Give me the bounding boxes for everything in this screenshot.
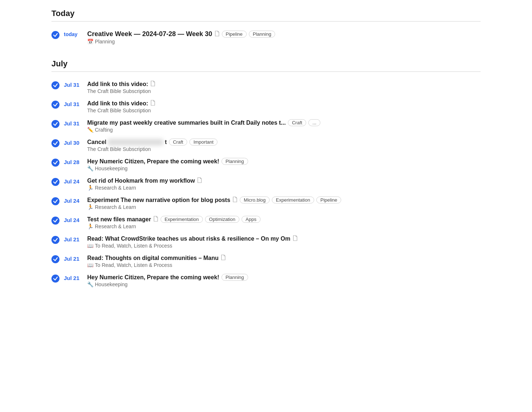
task-title: Migrate my past weekly creative summarie… [87,120,286,126]
task-row[interactable]: Jul 21Read: What CrowdStrike teaches us … [51,232,481,252]
task-date: Jul 21 [64,236,83,242]
task-checkbox[interactable] [51,275,59,283]
task-title: Add link to this video: [87,100,148,107]
subtitle-icon: 📖 [87,243,93,249]
task-title-row: Read: What CrowdStrike teaches us about … [87,235,481,242]
task-row[interactable]: Jul 21Hey Numeric Citizen, Prepare the c… [51,271,481,290]
task-checkbox[interactable] [51,236,59,244]
subtitle-text: Housekeeping [95,281,128,287]
subtitle-text: Research & Learn [95,224,136,229]
task-row[interactable]: Jul 31Add link to this video:The Craft B… [51,78,481,97]
task-content: Read: What CrowdStrike teaches us about … [87,235,481,249]
blurred-text: xxxxxxxxxxxxxxxxx [108,139,163,145]
task-row[interactable]: todayCreative Week — 2024-07-28 — Week 3… [51,27,481,47]
task-title: Add link to this video: [87,81,148,88]
task-tag: Planning [221,274,248,281]
subtitle-icon: 🔧 [87,281,93,287]
task-date: Jul 30 [64,140,83,146]
task-content: Cancel xxxxxxxxxxxxxxxxx tCraftImportant… [87,139,481,152]
subtitle-icon: 🏃 [87,185,93,191]
task-title: Creative Week — 2024-07-28 — Week 30 [87,30,212,38]
task-content: Add link to this video:The Craft Bible S… [87,100,481,113]
task-row[interactable]: Jul 24Test new files managerExperimentat… [51,213,481,232]
task-title: Cancel xxxxxxxxxxxxxxxxx t [87,139,167,145]
task-checkbox[interactable] [51,81,59,89]
subtitle-text: To Read, Watch, Listen & Process [95,262,172,268]
task-checkbox[interactable] [51,31,59,39]
subtitle-text: Housekeeping [95,166,128,171]
task-date: Jul 31 [64,120,83,127]
task-checkbox[interactable] [51,139,59,147]
doc-icon [215,31,220,38]
task-title: Get rid of Hookmark from my workflow [87,178,195,184]
task-title: Read: Thoughts on digital communities – … [87,255,219,261]
task-row[interactable]: Jul 24Experiment The new narrative optio… [51,194,481,213]
task-subtitle: The Craft Bible Subscription [87,146,481,152]
task-tag: Pipeline [222,31,247,38]
task-title-row: Add link to this video: [87,100,481,107]
task-checkbox[interactable] [51,197,59,205]
task-title: Experiment The new narrative option for … [87,197,230,203]
task-row[interactable]: Jul 31Migrate my past weekly creative su… [51,116,481,136]
task-checkbox[interactable] [51,120,59,128]
task-checkbox[interactable] [51,178,59,186]
doc-icon [232,197,238,203]
task-row[interactable]: Jul 21Read: Thoughts on digital communit… [51,252,481,271]
task-title-row: Migrate my past weekly creative summarie… [87,119,481,126]
subtitle-icon: 🏃 [87,204,93,210]
task-tag: Planning [249,31,275,38]
task-date: Jul 24 [64,217,83,223]
task-checkbox[interactable] [51,217,59,225]
task-title-row: Creative Week — 2024-07-28 — Week 30Pipe… [87,30,481,38]
task-subtitle: The Craft Bible Subscription [87,108,481,113]
task-row[interactable]: Jul 24Get rid of Hookmark from my workfl… [51,174,481,194]
task-content: Creative Week — 2024-07-28 — Week 30Pipe… [87,30,481,44]
section-today: Today todayCreative Week — 2024-07-28 — … [51,9,481,47]
task-checkbox[interactable] [51,255,59,263]
task-tag: Experimentation [161,216,203,223]
task-content: Get rid of Hookmark from my workflow🏃Res… [87,177,481,191]
task-title: Test new files manager [87,216,151,223]
subtitle-icon: 🏃 [87,224,93,229]
task-content: Test new files managerExperimentationOpt… [87,216,481,229]
task-tag: Planning [221,158,248,165]
subtitle-text: The Craft Bible Subscription [87,146,151,152]
task-row[interactable]: Jul 28Hey Numeric Citizen, Prepare the c… [51,155,481,174]
task-subtitle: 📅Planning [87,39,481,44]
task-tag: Important [189,139,217,145]
task-tag: Apps [242,216,261,223]
task-subtitle: 📖To Read, Watch, Listen & Process [87,243,481,249]
section-header-today: Today [51,9,481,22]
subtitle-text: To Read, Watch, Listen & Process [95,243,172,249]
subtitle-text: Research & Learn [95,185,136,191]
subtitle-icon: 🔧 [87,166,93,171]
task-subtitle: 🏃Research & Learn [87,185,481,191]
task-tag: Experimentation [272,197,314,203]
task-checkbox[interactable] [51,101,59,109]
doc-icon [150,81,155,88]
task-tag: Micro.blog [240,197,270,203]
task-title-row: Hey Numeric Citizen, Prepare the coming … [87,158,481,165]
task-subtitle: The Craft Bible Subscription [87,88,481,94]
doc-icon [150,100,155,107]
task-tag: Pipeline [316,197,341,203]
task-date: Jul 31 [64,82,83,88]
subtitle-icon: ✏️ [87,127,93,133]
task-row[interactable]: Jul 30Cancel xxxxxxxxxxxxxxxxx tCraftImp… [51,136,481,155]
task-content: Experiment The new narrative option for … [87,197,481,210]
task-date: Jul 24 [64,178,83,184]
task-date: Jul 31 [64,101,83,107]
task-row[interactable]: Jul 31Add link to this video:The Craft B… [51,97,481,116]
task-subtitle: 🔧Housekeeping [87,166,481,171]
doc-icon [293,235,298,242]
subtitle-text: Crafting [95,127,113,133]
task-tag: Craft [169,139,187,145]
task-tag: Craft [288,119,306,126]
task-checkbox[interactable] [51,159,59,167]
task-title-row: Get rid of Hookmark from my workflow [87,177,481,184]
task-title: Hey Numeric Citizen, Prepare the coming … [87,158,219,165]
task-title-row: Read: Thoughts on digital communities – … [87,254,481,261]
task-date: Jul 21 [64,256,83,262]
task-content: Add link to this video:The Craft Bible S… [87,81,481,94]
task-content: Read: Thoughts on digital communities – … [87,254,481,268]
